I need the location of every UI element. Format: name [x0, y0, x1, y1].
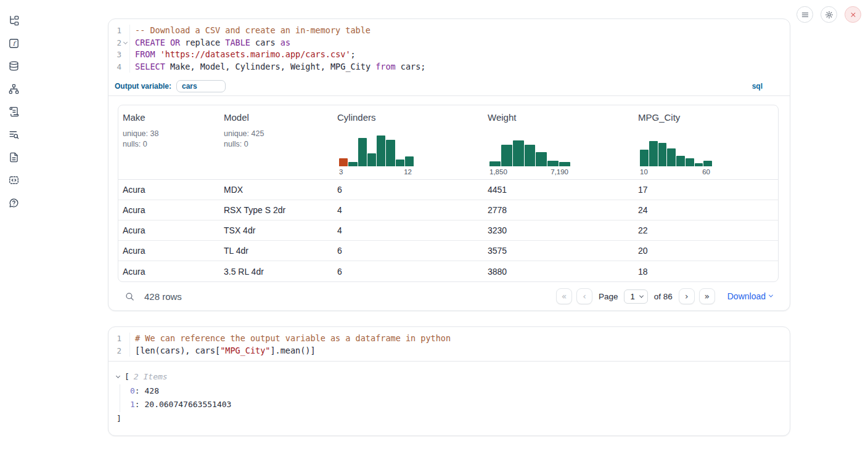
table-cell: Acura: [118, 185, 219, 195]
histogram-bar: [695, 163, 703, 166]
next-page-button[interactable]: ›: [679, 288, 695, 304]
collapse-chevron-icon[interactable]: [117, 376, 125, 378]
histogram-bar: [386, 140, 395, 166]
code-snippet-icon[interactable]: [7, 174, 20, 186]
table-cell: 3.5 RL 4dr: [219, 267, 333, 277]
tree-header: [ 2 Items: [117, 370, 781, 384]
table-row[interactable]: Acura3.5 RL 4dr6388018: [118, 261, 778, 281]
tree-open-bracket: [: [125, 370, 129, 384]
histogram-bar: [377, 136, 385, 166]
table-row[interactable]: AcuraRSX Type S 2dr4277824: [118, 200, 778, 220]
fold-spacer: [121, 333, 129, 345]
table-cell: 6: [333, 185, 483, 195]
table-row[interactable]: AcuraTSX 4dr4323022: [118, 220, 778, 241]
close-icon[interactable]: [845, 6, 861, 23]
dependency-graph-icon[interactable]: [7, 83, 20, 95]
page-label: Page: [599, 292, 618, 301]
fold-spacer: [121, 61, 129, 73]
settings-icon[interactable]: [821, 6, 837, 23]
last-page-button[interactable]: »: [699, 288, 715, 304]
column-header[interactable]: MPG_City1060: [634, 105, 778, 179]
column-name: Make: [123, 112, 215, 123]
download-button[interactable]: Download: [727, 291, 772, 301]
histogram-bar: [348, 162, 357, 166]
tree-items-count: 2 Items: [134, 370, 168, 384]
prev-page-button[interactable]: ‹: [576, 288, 592, 304]
output-variable-input[interactable]: [176, 80, 226, 92]
results-table: Makeunique: 38nulls: 0Modelunique: 425nu…: [118, 105, 779, 282]
table-row[interactable]: AcuraMDX6445117: [118, 180, 778, 200]
table-cell: TSX 4dr: [219, 225, 333, 235]
histogram-bar: [405, 156, 414, 166]
table-cell: 6: [333, 246, 483, 256]
table-cell: TL 4dr: [219, 246, 333, 256]
search-icon[interactable]: [123, 289, 136, 303]
fold-chevron-icon[interactable]: [121, 37, 129, 49]
rows-count: 428 rows: [144, 291, 182, 302]
code-line: 2CREATE OR replace TABLE cars as: [108, 37, 790, 49]
download-label: Download: [727, 291, 766, 301]
page-select[interactable]: 1: [624, 289, 647, 304]
line-number: 1: [108, 25, 121, 37]
sidebar-panel-toggles: f: [0, 0, 27, 449]
column-histogram: [489, 134, 570, 166]
column-header[interactable]: Weight1,8507,190: [483, 105, 634, 179]
fold-spacer: [121, 345, 129, 357]
column-header[interactable]: Cylinders312: [333, 105, 483, 179]
output-variable-label: Output variable:: [115, 82, 171, 91]
column-name: MPG_City: [638, 112, 773, 123]
histogram-bar: [686, 158, 694, 166]
line-number: 4: [108, 61, 121, 73]
chevron-down-icon: [769, 293, 773, 297]
histogram-bar: [489, 161, 501, 166]
histogram-bar: [536, 152, 547, 166]
table-row[interactable]: AcuraTL 4dr6357520: [118, 241, 778, 261]
code-line: 2[len(cars), cars["MPG_City"].mean()]: [108, 345, 790, 357]
fold-spacer: [121, 49, 129, 61]
page-total-label: of 86: [654, 292, 673, 301]
table-cell: 17: [634, 185, 778, 195]
histogram-bar: [658, 143, 667, 166]
histogram-axis-labels: 312: [339, 168, 414, 176]
column-header[interactable]: Makeunique: 38nulls: 0: [118, 105, 219, 179]
tree-close-bracket: ]: [117, 412, 781, 426]
table-cell: 3575: [483, 246, 634, 256]
pagination: « ‹ Page 1 of 86 › » Download: [556, 288, 779, 304]
histogram-bar: [703, 161, 712, 166]
histogram-bar: [358, 138, 367, 166]
svg-text:f: f: [12, 40, 16, 47]
code-text: [len(cars), cars["MPG_City"].mean()]: [129, 345, 790, 357]
sql-editor[interactable]: 1-- Download a CSV and create an in-memo…: [108, 19, 790, 77]
line-number: 1: [108, 333, 121, 345]
code-text: # We can reference the output variable a…: [129, 333, 790, 345]
page-select-value: 1: [630, 292, 634, 301]
column-histogram: [339, 134, 414, 166]
column-name: Cylinders: [337, 112, 478, 123]
column-header[interactable]: Modelunique: 425nulls: 0: [219, 105, 333, 179]
column-stats: unique: 38nulls: 0: [123, 129, 215, 150]
chevron-down-icon: [639, 293, 644, 297]
histogram-bar: [676, 156, 685, 166]
sql-cell: 1-- Download a CSV and create an in-memo…: [108, 18, 790, 311]
list-search-icon[interactable]: [7, 128, 20, 140]
histogram-bar: [396, 160, 404, 166]
file-tree-icon[interactable]: [7, 14, 20, 26]
function-icon[interactable]: f: [7, 37, 20, 49]
menu-icon[interactable]: [796, 6, 813, 23]
table-cell: MDX: [219, 185, 333, 195]
scroll-icon[interactable]: [7, 105, 20, 118]
table-cell: 18: [634, 267, 778, 277]
database-icon[interactable]: [7, 60, 20, 72]
first-page-button[interactable]: «: [556, 288, 572, 304]
histogram-bar: [649, 141, 658, 166]
python-editor[interactable]: 1# We can reference the output variable …: [108, 327, 790, 361]
document-icon[interactable]: [7, 151, 20, 163]
help-icon[interactable]: [7, 196, 20, 209]
line-number: 2: [108, 345, 121, 357]
column-name: Model: [224, 112, 328, 123]
code-line: 4SELECT Make, Model, Cylinders, Weight, …: [108, 61, 790, 73]
column-histogram: [640, 134, 712, 166]
python-output-tree: [ 2 Items 0: 4281: 20.060747663551403 ]: [108, 362, 790, 435]
histogram-bar: [559, 162, 570, 166]
histogram-bar: [667, 148, 676, 166]
